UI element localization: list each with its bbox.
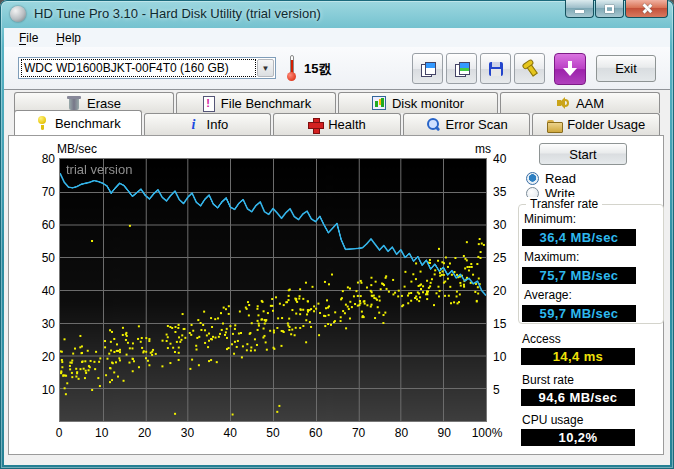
cpu-usage-value: 10,2% xyxy=(521,429,635,446)
average-value: 59,7 MB/sec xyxy=(522,305,636,322)
left-axis-tick: 10 xyxy=(42,383,55,397)
tab-label: AAM xyxy=(576,96,604,111)
maximize-button[interactable] xyxy=(595,0,624,18)
x-axis-tick: 50 xyxy=(266,426,279,440)
trash-icon xyxy=(67,96,81,110)
tab-folder-usage[interactable]: Folder Usage xyxy=(532,113,660,135)
transfer-rate-group-label: Transfer rate xyxy=(526,197,602,211)
tab-row-2: Benchmark i Info Health Error Scan Folde… xyxy=(14,113,660,135)
x-axis-tick: 80 xyxy=(395,426,408,440)
x-axis-tick: 30 xyxy=(181,426,194,440)
close-icon xyxy=(641,3,652,14)
right-axis-unit: ms xyxy=(461,142,491,156)
tab-health[interactable]: Health xyxy=(273,113,401,135)
drive-temperature: 15캜 xyxy=(304,60,331,78)
drive-select-value: WDC WD1600BJKT-00F4T0 (160 GB) xyxy=(22,60,255,76)
right-axis-tick: 15 xyxy=(493,317,506,331)
tab-label: Benchmark xyxy=(55,116,121,131)
left-axis-ticks: 8070605040302010 xyxy=(25,159,55,423)
x-axis-tick: 20 xyxy=(138,426,151,440)
download-icon xyxy=(563,61,577,77)
x-axis-tick: 100% xyxy=(472,426,503,440)
x-axis-tick: 70 xyxy=(352,426,365,440)
benchmark-tab-page: MB/sec ms trial version 8070605040302010… xyxy=(8,135,664,455)
maximize-icon xyxy=(605,5,614,13)
burst-rate-value: 94,6 MB/sec xyxy=(521,389,635,406)
access-label: Access xyxy=(522,332,561,346)
copy-text-icon xyxy=(421,62,435,76)
read-radio-row[interactable]: Read xyxy=(526,171,576,186)
tab-error-scan[interactable]: Error Scan xyxy=(403,113,531,135)
window-body: File Help WDC WD1600BJKT-00F4T0 (160 GB)… xyxy=(4,28,670,465)
read-radio[interactable] xyxy=(526,172,539,185)
drive-select[interactable]: WDC WD1600BJKT-00F4T0 (160 GB) ▼ xyxy=(18,57,276,79)
start-button[interactable]: Start xyxy=(539,143,627,165)
x-axis-ticks: 0102030405060708090100% xyxy=(59,426,489,440)
folder-icon xyxy=(547,118,561,132)
minimize-button[interactable] xyxy=(565,0,594,18)
maximum-label: Maximum: xyxy=(524,250,579,264)
titlebar[interactable]: HD Tune Pro 3.10 - Hard Disk Utility (tr… xyxy=(0,0,674,28)
x-axis-tick: 0 xyxy=(56,426,63,440)
magnifier-icon xyxy=(426,118,440,132)
left-axis-tick: 60 xyxy=(42,218,55,232)
tab-label: Erase xyxy=(87,96,121,111)
right-axis-tick: 25 xyxy=(493,251,506,265)
transfer-rate-groupbox: Transfer rate Minimum: 36,4 MB/sec Maxim… xyxy=(518,204,664,324)
read-radio-label: Read xyxy=(545,171,576,186)
access-value: 14,4 ms xyxy=(521,348,635,365)
left-axis-unit: MB/sec xyxy=(57,142,97,156)
chevron-down-icon[interactable]: ▼ xyxy=(257,59,274,77)
file-benchmark-icon xyxy=(201,96,215,110)
right-axis-tick: 5 xyxy=(493,383,500,397)
app-icon xyxy=(10,6,26,22)
left-axis-tick: 70 xyxy=(42,185,55,199)
options-icon xyxy=(520,59,539,78)
left-axis-tick: 30 xyxy=(42,317,55,331)
cpu-usage-label: CPU usage xyxy=(522,413,583,427)
close-button[interactable] xyxy=(625,0,668,18)
save-button[interactable] xyxy=(480,53,511,84)
window-title: HD Tune Pro 3.10 - Hard Disk Utility (tr… xyxy=(34,6,321,21)
right-axis-tick: 40 xyxy=(493,152,506,166)
menubar: File Help xyxy=(4,28,670,47)
copy-screenshot-button[interactable] xyxy=(446,53,477,84)
download-button[interactable] xyxy=(554,53,586,85)
health-cross-icon xyxy=(308,118,322,132)
right-axis-tick: 10 xyxy=(493,350,506,364)
thermometer-icon xyxy=(285,55,297,81)
maximum-value: 75,7 MB/sec xyxy=(522,267,636,284)
left-axis-tick: 50 xyxy=(42,251,55,265)
x-axis-tick: 90 xyxy=(438,426,451,440)
minimum-value: 36,4 MB/sec xyxy=(522,229,636,246)
right-axis-tick: 35 xyxy=(493,185,506,199)
burst-rate-label: Burst rate xyxy=(522,373,574,387)
tab-benchmark[interactable]: Benchmark xyxy=(14,110,142,135)
tab-label: Disk monitor xyxy=(392,96,464,111)
minimum-label: Minimum: xyxy=(524,212,576,226)
options-button[interactable] xyxy=(514,53,545,84)
left-axis-tick: 40 xyxy=(42,284,55,298)
info-icon: i xyxy=(187,118,201,132)
toolbar: WDC WD1600BJKT-00F4T0 (160 GB) ▼ 15캜 Exi… xyxy=(4,47,670,90)
right-axis-tick: 30 xyxy=(493,218,506,232)
tab-label: Health xyxy=(328,117,366,132)
benchmark-plot-canvas xyxy=(59,158,487,422)
tab-disk-monitor[interactable]: Disk monitor xyxy=(338,92,498,113)
tab-label: File Benchmark xyxy=(221,96,311,111)
tab-aam[interactable]: AAM xyxy=(500,92,660,113)
menu-file[interactable]: File xyxy=(10,29,47,47)
minimize-icon xyxy=(575,10,584,13)
save-icon xyxy=(489,62,503,76)
tab-file-benchmark[interactable]: File Benchmark xyxy=(176,92,336,113)
copy-text-button[interactable] xyxy=(412,53,443,84)
x-axis-tick: 10 xyxy=(95,426,108,440)
menu-help[interactable]: Help xyxy=(47,29,90,47)
benchmark-icon xyxy=(35,116,49,130)
tab-label: Folder Usage xyxy=(567,117,645,132)
right-axis-tick: 20 xyxy=(493,284,506,298)
tab-info[interactable]: i Info xyxy=(144,113,272,135)
exit-button[interactable]: Exit xyxy=(596,55,656,82)
bar-chart-icon xyxy=(372,96,386,110)
app-window: HD Tune Pro 3.10 - Hard Disk Utility (tr… xyxy=(0,0,674,469)
